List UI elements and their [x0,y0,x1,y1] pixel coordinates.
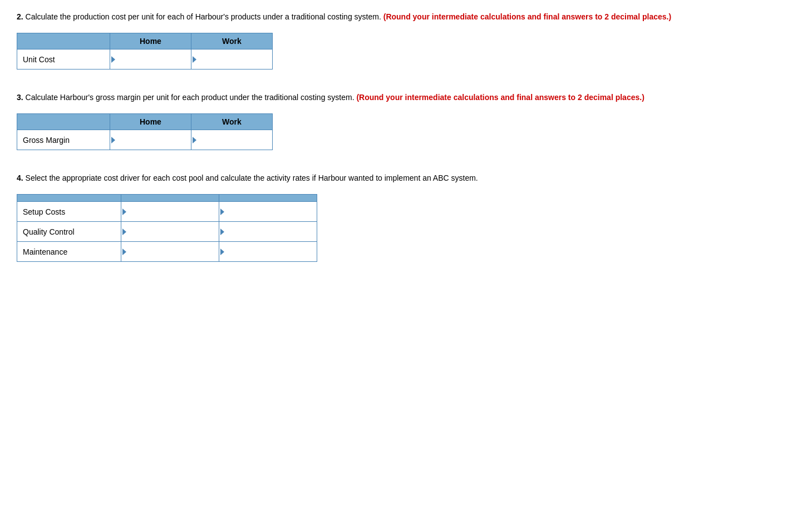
section-q3: 3. Calculate Harbour's gross margin per … [17,92,795,150]
q4-number: 4. [17,173,23,182]
q4-setup-costs-col3-input[interactable] [219,202,317,222]
q4-table: Setup Costs Quality Control Maintenance [17,194,317,262]
q3-gross-margin-row: Gross Margin [17,130,273,150]
section-q2: 2. Calculate the production cost per uni… [17,11,795,70]
q3-instruction: (Round your intermediate calculations an… [356,93,644,102]
q2-unit-cost-home-input[interactable] [110,49,191,70]
q2-col0-header [17,33,110,49]
q2-number: 2. [17,12,23,21]
q3-col0-header [17,114,110,130]
q4-maintenance-label: Maintenance [17,242,121,262]
q3-gross-margin-work-input[interactable] [191,130,272,150]
q4-question-text: 4. Select the appropriate cost driver fo… [17,172,795,184]
q4-text: Select the appropriate cost driver for e… [26,173,478,182]
q2-text: Calculate the production cost per unit f… [26,12,381,21]
q2-col2-header: Work [191,33,272,49]
q2-unit-cost-row: Unit Cost [17,49,273,70]
q3-header-row: Home Work [17,114,273,130]
q2-table: Home Work Unit Cost [17,33,273,70]
q3-text: Calculate Harbour's gross margin per uni… [26,93,355,102]
q4-quality-control-row: Quality Control [17,222,317,242]
q4-maintenance-col3-input[interactable] [219,242,317,262]
q3-col2-header: Work [191,114,272,130]
q4-maintenance-row: Maintenance [17,242,317,262]
q2-unit-cost-label: Unit Cost [17,49,110,70]
q4-setup-costs-row: Setup Costs [17,202,317,222]
q4-col2-header [219,195,317,202]
section-q4: 4. Select the appropriate cost driver fo… [17,172,795,262]
q2-instruction: (Round your intermediate calculations an… [383,12,671,21]
q4-quality-control-col2-input[interactable] [121,222,219,242]
q3-number: 3. [17,93,23,102]
q4-col0-header [17,195,121,202]
q3-gross-margin-label: Gross Margin [17,130,110,150]
q4-header-row [17,195,317,202]
q2-question-text: 2. Calculate the production cost per uni… [17,11,795,23]
q4-quality-control-label: Quality Control [17,222,121,242]
q4-setup-costs-col2-input[interactable] [121,202,219,222]
q2-unit-cost-work-input[interactable] [191,49,272,70]
q3-gross-margin-home-input[interactable] [110,130,191,150]
q4-quality-control-col3-input[interactable] [219,222,317,242]
q3-col1-header: Home [110,114,191,130]
q4-col1-header [121,195,219,202]
q3-table: Home Work Gross Margin [17,113,273,150]
q4-setup-costs-label: Setup Costs [17,202,121,222]
q3-question-text: 3. Calculate Harbour's gross margin per … [17,92,795,103]
q2-header-row: Home Work [17,33,273,49]
q2-col1-header: Home [110,33,191,49]
q4-maintenance-col2-input[interactable] [121,242,219,262]
